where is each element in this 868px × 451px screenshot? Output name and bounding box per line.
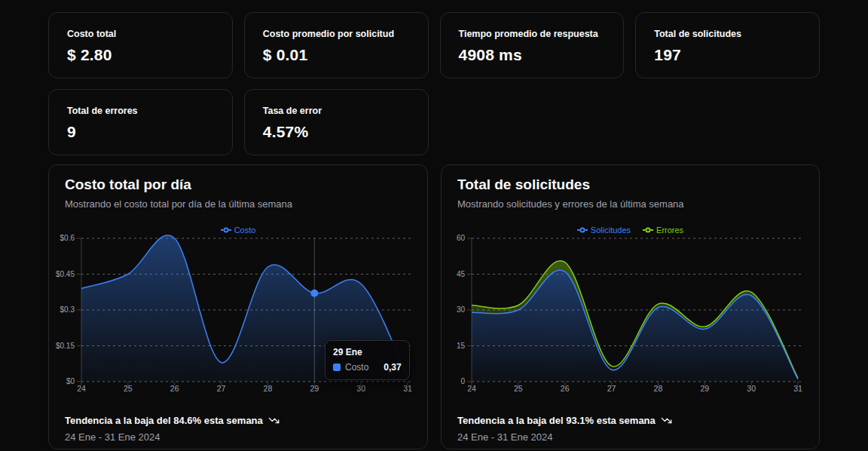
chart-title: Total de solicitudes: [457, 176, 590, 193]
svg-text:26: 26: [561, 384, 570, 393]
svg-text:45: 45: [457, 270, 466, 278]
trend-text: Tendencia a la baja del 84.6% esta seman…: [65, 415, 263, 426]
stat-value: 9: [67, 123, 214, 141]
tooltip-series-name: Costo: [345, 362, 368, 373]
svg-text:24: 24: [467, 384, 476, 393]
legend-line-dot-icon: [221, 226, 231, 234]
stat-value: $ 0.01: [263, 46, 410, 64]
chart-subtitle: Mostrando el costo total por día de la ú…: [65, 198, 292, 210]
svg-text:28: 28: [264, 384, 273, 393]
tooltip-series-swatch: [333, 364, 341, 371]
chart-footer: Tendencia a la baja del 84.6% esta seman…: [65, 415, 280, 443]
chart-title: Costo total por día: [65, 176, 191, 193]
stat-value: 4908 ms: [459, 46, 606, 64]
legend-item-errores: Errores: [643, 226, 683, 235]
svg-text:28: 28: [654, 384, 663, 393]
svg-text:60: 60: [457, 234, 466, 242]
tooltip-date: 29 Ene: [333, 347, 402, 357]
legend-item-solicitudes: Solicitudes: [577, 226, 631, 235]
chart-subtitle: Mostrando solicitudes y errores de la úl…: [457, 198, 684, 210]
svg-text:$0.15: $0.15: [56, 342, 75, 350]
stat-value: 197: [654, 46, 801, 64]
svg-text:30: 30: [457, 305, 466, 314]
stat-label: Costo total: [67, 29, 214, 39]
svg-text:$0: $0: [66, 377, 75, 385]
svg-text:26: 26: [170, 384, 179, 393]
stat-value: 4.57%: [263, 123, 410, 141]
stat-label: Total de solicitudes: [654, 29, 801, 39]
stat-card-total-cost: Costo total $ 2.80: [48, 12, 233, 78]
requests-chart-card: Total de solicitudes Mostrando solicitud…: [441, 164, 820, 449]
stat-card-error-rate: Tasa de error 4.57%: [244, 89, 429, 155]
stat-value: $ 2.80: [67, 46, 214, 64]
legend-item-costo: Costo: [221, 226, 256, 235]
stat-label: Total de errores: [67, 106, 214, 116]
svg-text:$0.3: $0.3: [60, 305, 75, 314]
svg-text:25: 25: [124, 384, 133, 393]
trending-down-icon: [268, 415, 280, 426]
stat-card-total-requests: Total de solicitudes 197: [635, 12, 820, 78]
cost-chart-card: Costo total por día Mostrando el costo t…: [48, 164, 428, 449]
dashboard: Costo total $ 2.80 Costo promedio por so…: [0, 0, 868, 449]
svg-text:27: 27: [217, 384, 226, 393]
legend-line-dot-icon: [643, 226, 653, 234]
svg-text:29: 29: [310, 384, 319, 393]
tooltip-series-value: 0,37: [373, 362, 401, 373]
svg-text:29: 29: [700, 384, 709, 393]
chart-tooltip: 29 Ene Costo 0,37: [325, 340, 410, 380]
svg-text:$0.6: $0.6: [60, 234, 75, 242]
stat-card-avg-cost: Costo promedio por solicitud $ 0.01: [244, 12, 429, 78]
legend-line-dot-icon: [577, 226, 588, 234]
svg-text:25: 25: [514, 384, 523, 393]
date-range: 24 Ene - 31 Ene 2024: [457, 431, 672, 443]
svg-text:24: 24: [77, 384, 86, 393]
stat-label: Tasa de error: [263, 106, 410, 116]
stat-card-total-errors: Total de errores 9: [48, 89, 233, 155]
requests-area-chart[interactable]: 0153045602425262728293031: [442, 222, 819, 403]
trending-down-icon: [661, 415, 672, 426]
stat-label: Tiempo promedio de respuesta: [459, 29, 606, 39]
chart-legend: Costo: [49, 226, 427, 235]
charts-grid: Costo total por día Mostrando el costo t…: [48, 164, 820, 449]
chart-footer: Tendencia a la baja del 93.1% esta seman…: [457, 415, 672, 443]
chart-legend: SolicitudesErrores: [442, 226, 819, 235]
stat-card-avg-response-time: Tiempo promedio de respuesta 4908 ms: [440, 12, 625, 78]
date-range: 24 Ene - 31 Ene 2024: [65, 431, 280, 443]
stats-grid: Costo total $ 2.80 Costo promedio por so…: [48, 12, 820, 155]
svg-text:31: 31: [403, 384, 412, 393]
svg-text:15: 15: [457, 342, 466, 350]
svg-text:$0.45: $0.45: [56, 270, 75, 278]
svg-text:30: 30: [747, 384, 756, 393]
trend-text: Tendencia a la baja del 93.1% esta seman…: [457, 415, 656, 426]
svg-text:30: 30: [356, 384, 365, 393]
svg-text:0: 0: [460, 377, 465, 385]
stat-label: Costo promedio por solicitud: [263, 29, 410, 39]
svg-text:31: 31: [793, 384, 802, 393]
svg-text:27: 27: [607, 384, 616, 393]
